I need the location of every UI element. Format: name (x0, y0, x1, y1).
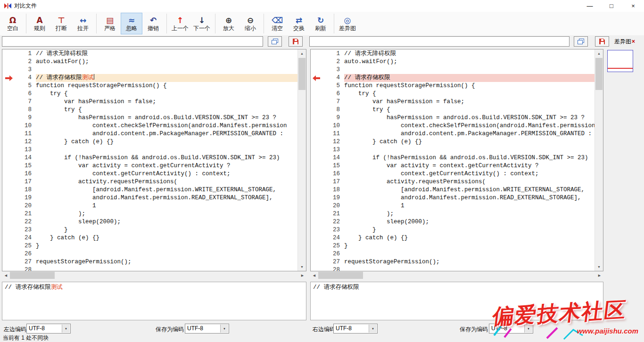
line-number: 12 (311, 138, 344, 146)
left-code-line: 23 } (2, 226, 298, 234)
right-browse-button[interactable] (574, 36, 588, 47)
left-hscroll-thumb[interactable] (10, 272, 55, 279)
toolbar-button-swap[interactable]: ⇄交换 (288, 13, 310, 34)
toolbar-button-refresh[interactable]: ↻刷新 (310, 13, 331, 34)
left-vertical-scrollbar[interactable]: ▲ ▼ (297, 49, 306, 271)
toolbar-button-undo[interactable]: ↶撤销 (142, 13, 164, 34)
line-number: 20 (311, 202, 344, 210)
right-diff-preview[interactable]: // 请求存储权限 (310, 282, 603, 320)
left-encoding-select[interactable]: UTF-8 ▼ (26, 324, 71, 334)
right-encoding-select[interactable]: UTF-8 ▼ (333, 324, 378, 334)
code-text: requestStoragePermission(); (344, 258, 595, 266)
maximize-button[interactable]: □ (601, 0, 622, 12)
toolbar-button-blank[interactable]: Ω空白 (2, 13, 24, 34)
minimize-button[interactable]: — (579, 0, 601, 12)
right-vscroll-thumb[interactable] (595, 58, 603, 90)
toolbar-button-next-diff[interactable]: ↓下一个 (191, 13, 213, 34)
right-code-line: 26 (311, 250, 595, 258)
left-code-area[interactable]: 1// 请求无障碍权限2auto.waitFor();34// 请求存储权限测试… (2, 49, 298, 271)
left-code-line: 10 context.checkSelfPermission(android.M… (2, 122, 298, 130)
right-code-line: 10 context.checkSelfPermission(android.M… (311, 122, 595, 130)
line-number: 28 (2, 266, 36, 271)
code-text (36, 266, 298, 271)
code-text: requestStoragePermission(); (36, 258, 298, 266)
right-code-line: 4// 请求存储权限 (311, 74, 595, 82)
preview-text: // 请求存储权限 (313, 284, 359, 291)
code-text: sleep(2000); (36, 218, 298, 226)
toolbar-label-strict: 严格 (104, 25, 116, 32)
left-horizontal-scrollbar[interactable]: ◀ ▶ (2, 271, 306, 279)
preview-diff-text: 测试 (51, 284, 63, 291)
toolbar-label-next-diff: 下一个 (193, 25, 210, 32)
line-number: 3 (311, 66, 344, 74)
toolbar-button-break[interactable]: ⊤打断 (50, 13, 72, 34)
code-text: // 请求存储权限 (344, 74, 595, 82)
combo-arrow-icon[interactable]: ▼ (220, 325, 228, 333)
line-number: 26 (311, 250, 344, 258)
right-code-line: 6 try { (311, 90, 595, 98)
scroll-right-icon[interactable]: ▶ (298, 271, 306, 279)
combo-arrow-icon[interactable]: ▼ (524, 325, 532, 333)
close-button[interactable]: × (622, 0, 644, 12)
toolbar-button-prev-diff[interactable]: ↑上一个 (169, 13, 191, 34)
scroll-up-icon[interactable]: ▲ (298, 49, 306, 57)
line-number: 19 (311, 194, 344, 202)
left-code-line: 22 sleep(2000); (2, 218, 298, 226)
line-number: 18 (2, 186, 36, 194)
line-number: 7 (311, 98, 344, 106)
toolbar-button-expand[interactable]: ↔拉开 (72, 13, 94, 34)
right-file-path-input[interactable] (309, 36, 570, 47)
right-code-pane[interactable]: 1// 请求无障碍权限2auto.waitFor();34// 请求存储权限5f… (310, 49, 603, 271)
code-text: context.getCurrentActivity() : context; (344, 170, 595, 178)
left-vscroll-thumb[interactable] (298, 58, 305, 90)
diffmap-overview[interactable] (607, 50, 633, 72)
line-number: 16 (2, 170, 36, 178)
right-code-line: 24 } catch (e) {} (311, 234, 595, 242)
code-text (344, 250, 595, 258)
line-number: 1 (311, 50, 344, 58)
left-code-line: 19 android.Manifest.permission.READ_EXTE… (2, 194, 298, 202)
toolbar-button-diff-map[interactable]: ◎差异图 (337, 13, 358, 34)
left-file-path-input[interactable] (2, 36, 263, 47)
toolbar-button-clear[interactable]: ⌫清空 (266, 13, 288, 34)
code-text: } (344, 226, 595, 234)
scroll-up-icon[interactable]: ▲ (595, 49, 603, 57)
left-browse-button[interactable] (268, 36, 282, 47)
left-code-line: 5function requestStoragePermission() { (2, 82, 298, 90)
combo-value: UTF-8 (491, 325, 507, 332)
left-save-button[interactable] (289, 36, 303, 47)
right-horizontal-scrollbar[interactable]: ◀ ▶ (310, 271, 603, 279)
toolbar-button-zoom-in[interactable]: ⊕放大 (218, 13, 239, 34)
scroll-down-icon[interactable]: ▼ (298, 263, 306, 271)
diffmap-close-icon[interactable]: × (632, 38, 635, 45)
right-code-area[interactable]: 1// 请求无障碍权限2auto.waitFor();34// 请求存储权限5f… (311, 49, 595, 271)
toolbar-button-rules[interactable]: A规则 (29, 13, 50, 34)
combo-arrow-icon[interactable]: ▼ (369, 325, 377, 333)
right-code-line: 16 context.getCurrentActivity() : contex… (311, 170, 595, 178)
scroll-down-icon[interactable]: ▼ (595, 263, 603, 271)
right-hscroll-thumb[interactable] (318, 272, 363, 279)
right-vertical-scrollbar[interactable]: ▲ ▼ (594, 49, 603, 271)
line-number: 27 (311, 258, 344, 266)
left-save-encoding-select[interactable]: UTF-8 ▼ (185, 324, 229, 334)
scroll-left-icon[interactable]: ◀ (2, 271, 10, 279)
code-text (36, 66, 298, 74)
right-save-encoding-select[interactable]: UTF-8 ▼ (489, 324, 533, 334)
left-code-line: 28 (2, 266, 298, 271)
undo-icon: ↶ (150, 16, 157, 25)
code-text: try { (344, 90, 595, 98)
line-number: 24 (311, 234, 344, 242)
left-code-line: 6 try { (2, 90, 298, 98)
left-code-line: 17 activity.requestPermissions( (2, 178, 298, 186)
combo-arrow-icon[interactable]: ▼ (62, 325, 70, 333)
code-text: try { (36, 90, 298, 98)
code-text (344, 266, 595, 271)
left-code-pane[interactable]: 1// 请求无障碍权限2auto.waitFor();34// 请求存储权限测试… (2, 49, 306, 271)
scroll-left-icon[interactable]: ◀ (310, 271, 318, 279)
left-diff-preview[interactable]: // 请求存储权限测试 (2, 282, 306, 320)
toolbar-button-ignore[interactable]: ≈忽略 (121, 13, 142, 34)
toolbar-button-zoom-out[interactable]: ⊖缩小 (239, 13, 261, 34)
code-text: 1 (36, 202, 298, 210)
scroll-right-icon[interactable]: ▶ (595, 271, 603, 279)
toolbar-button-strict[interactable]: ▤严格 (99, 13, 121, 34)
